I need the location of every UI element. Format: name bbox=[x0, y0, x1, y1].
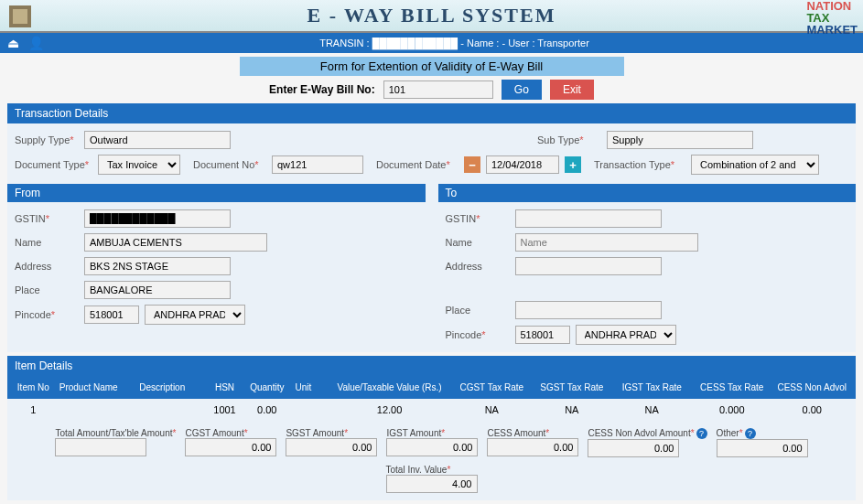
to-name-field[interactable] bbox=[515, 233, 698, 252]
nation-tax-market-logo: NATION TAX MARKET bbox=[806, 0, 858, 36]
search-row: Enter E-Way Bill No: Go Exit bbox=[7, 80, 856, 100]
to-pincode-field[interactable] bbox=[515, 326, 570, 344]
emblem-icon bbox=[5, 2, 35, 31]
exit-button[interactable]: Exit bbox=[550, 80, 594, 100]
cgst-amount-input[interactable] bbox=[185, 438, 276, 456]
total-inv-input[interactable] bbox=[386, 475, 478, 493]
to-gstin-field[interactable] bbox=[515, 209, 662, 228]
to-address-field[interactable] bbox=[515, 257, 662, 275]
svg-rect-1 bbox=[13, 9, 27, 24]
supply-type-label: Supply Type* bbox=[15, 134, 79, 145]
totals-row: Total Amount/Tax'ble Amount* CGST Amount… bbox=[7, 428, 856, 457]
from-gstin-field[interactable] bbox=[84, 209, 231, 228]
to-header: To bbox=[438, 184, 857, 202]
from-pincode-field[interactable] bbox=[84, 306, 139, 324]
ewb-no-label: Enter E-Way Bill No: bbox=[269, 83, 375, 96]
ewb-no-input[interactable] bbox=[383, 80, 493, 99]
app-header: E - WAY BILL SYSTEM NATION TAX MARKET bbox=[0, 0, 863, 33]
date-minus-button[interactable]: − bbox=[464, 156, 480, 173]
cess-amount-input[interactable] bbox=[487, 438, 578, 456]
doc-no-label: Document No* bbox=[193, 159, 266, 170]
to-state-select[interactable]: ANDHRA PRAD bbox=[576, 325, 676, 345]
item-header: Item Details bbox=[7, 356, 856, 376]
item-table-header: Item NoProduct NameDescriptionHSNQuantit… bbox=[7, 376, 856, 399]
form-title: Form for Extention of Validity of E-Way … bbox=[240, 57, 624, 76]
transin-text: TRANSIN : ████████████ - Name : - User :… bbox=[319, 38, 589, 48]
doc-no-field[interactable] bbox=[272, 155, 363, 174]
doc-date-label: Document Date* bbox=[376, 159, 458, 170]
from-address-field[interactable] bbox=[84, 257, 231, 275]
date-plus-button[interactable]: + bbox=[565, 156, 581, 173]
other-amount-input[interactable] bbox=[717, 439, 808, 457]
trans-type-label: Transaction Type* bbox=[594, 159, 685, 170]
go-button[interactable]: Go bbox=[502, 80, 542, 100]
item-row: 110010.0012.00NANANA0.0000.00 bbox=[7, 399, 856, 421]
help-icon[interactable]: ? bbox=[696, 428, 707, 439]
total-taxable-input[interactable] bbox=[55, 438, 146, 456]
cess-nonadvol-input[interactable] bbox=[588, 439, 679, 457]
igst-amount-input[interactable] bbox=[386, 438, 478, 456]
from-name-field[interactable] bbox=[84, 233, 267, 252]
to-place-field[interactable] bbox=[515, 301, 662, 319]
doc-type-label: Document Type* bbox=[15, 159, 92, 170]
from-header: From bbox=[7, 184, 426, 202]
doc-type-select[interactable]: Tax Invoice bbox=[98, 155, 180, 175]
transaction-header: Transaction Details bbox=[7, 103, 856, 123]
trans-type-select[interactable]: Combination of 2 and 3 bbox=[691, 155, 819, 175]
sub-type-label: Sub Type* bbox=[537, 134, 601, 145]
from-state-select[interactable]: ANDHRA PRAD bbox=[145, 305, 245, 325]
page-title: E - WAY BILL SYSTEM bbox=[0, 4, 863, 27]
user-icon[interactable]: 👤 bbox=[28, 36, 44, 50]
info-bar: ⏏ 👤 TRANSIN : ████████████ - Name : - Us… bbox=[0, 33, 863, 53]
doc-date-field[interactable] bbox=[486, 155, 559, 174]
home-icon[interactable]: ⏏ bbox=[7, 36, 19, 50]
supply-type-field[interactable] bbox=[84, 131, 231, 149]
help-icon[interactable]: ? bbox=[745, 428, 756, 439]
sgst-amount-input[interactable] bbox=[286, 438, 377, 456]
sub-type-field[interactable] bbox=[607, 131, 753, 149]
from-place-field[interactable] bbox=[84, 281, 231, 299]
